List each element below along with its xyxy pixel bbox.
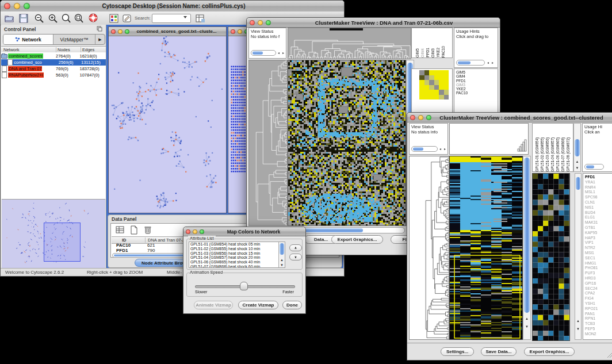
gene-label[interactable]: MSL1	[583, 190, 612, 195]
tv2-heatmap[interactable]	[449, 156, 523, 340]
col-nodes[interactable]: Nodes	[56, 47, 81, 52]
attribute-list-item[interactable]: GPL51-04 (GSM857) heat shock 20 min	[189, 255, 285, 260]
gene-label[interactable]: GIM4	[454, 74, 498, 78]
attribute-list-item[interactable]: GPL51-03 (GSM856) heat shock 15 min	[189, 251, 285, 256]
gene-label[interactable]: HAP3	[583, 236, 612, 241]
network-view-titlebar[interactable]: combined_scores_good.txt--cluste...	[109, 27, 226, 36]
create-vizmap-button[interactable]: Create Vizmap	[238, 301, 278, 309]
gene-label[interactable]: GTB1	[583, 225, 612, 231]
zoom-fit-icon[interactable]	[61, 13, 71, 24]
snapshot-grid-icon[interactable]	[109, 13, 119, 24]
scroll-up-arrow[interactable]: ▲	[523, 316, 530, 321]
scroll-left-arrow[interactable]: ◄	[439, 146, 442, 152]
zoom-button[interactable]	[200, 229, 204, 234]
gene-label[interactable]: GPI16	[583, 281, 612, 286]
animate-vizmap-button[interactable]: Animate Vizmap	[194, 301, 233, 309]
attribute-list-item[interactable]: GPL51-07 (GSM868) heat shock 60 min	[189, 265, 285, 268]
col-edges[interactable]: Edges	[81, 47, 94, 52]
attribute-list-item[interactable]: GPL51-01 (GSM854) heat shock 05 min	[189, 242, 285, 247]
gene-label[interactable]: GIM3	[454, 83, 498, 87]
tv1-heatmap[interactable]	[288, 60, 406, 226]
tv2-zoom-scrollbar[interactable]: ▲ ▼	[575, 173, 582, 340]
gene-label[interactable]: NTR2	[583, 246, 612, 251]
close-button[interactable]	[250, 20, 255, 25]
attribute-list-item[interactable]: GPL51-02 (GSM855) heat shock 10 min	[189, 247, 285, 251]
attribute-table-icon[interactable]	[195, 13, 205, 24]
gene-label[interactable]: MON2	[583, 332, 612, 337]
col-id[interactable]: ID	[112, 237, 146, 243]
tv2-array-dendrogram[interactable]	[449, 123, 529, 155]
minimize-button[interactable]	[193, 229, 197, 234]
float-panel-icon[interactable]	[97, 26, 102, 32]
gene-label[interactable]: PFD1	[454, 79, 498, 83]
minimize-button[interactable]	[238, 29, 242, 34]
gene-label[interactable]: BUD4	[583, 210, 612, 216]
resize-grip[interactable]	[606, 351, 612, 358]
gene-label[interactable]: MAK31	[583, 220, 612, 225]
select-attributes-icon[interactable]	[116, 225, 125, 235]
birdseye-viewport-rect[interactable]	[44, 223, 81, 262]
network-tree-row[interactable]: DNA and Tran 07769(0)183728(0)	[1, 66, 106, 72]
minimize-button[interactable]	[14, 3, 20, 9]
tv1-gene-dendrogram[interactable]	[248, 60, 288, 226]
tab-overflow-arrow[interactable]: ▶	[95, 35, 105, 44]
network-tree-row[interactable]: RNAPuberNov2+I563(0)107847(0)	[1, 72, 106, 78]
gene-label[interactable]: ELG1	[583, 215, 612, 220]
column-label[interactable]: GIM4	[420, 48, 425, 58]
main-titlebar[interactable]: Cytoscape Desktop (Session Name: collins…	[1, 1, 344, 12]
tv2-save-data-button[interactable]: Save Data...	[481, 347, 517, 356]
move-up-button[interactable]: ∧	[289, 244, 302, 251]
scroll-left-arrow[interactable]: ◄	[487, 60, 489, 66]
tv1-hints-scrollbar[interactable]	[456, 60, 485, 66]
gene-label[interactable]: GIM5	[454, 70, 498, 74]
column-label[interactable]: GPL51-03 (GSM856)	[545, 137, 550, 172]
scroll-down-arrow[interactable]: ▼	[574, 166, 580, 170]
tv2-hints-scrollbar[interactable]	[584, 164, 604, 170]
column-label[interactable]: GPL51-04 (GSM857)	[550, 137, 555, 172]
column-label[interactable]: GPL51-06 (GSM865)	[555, 137, 560, 172]
column-label[interactable]: PFD1	[425, 48, 430, 58]
scroll-right-arrow[interactable]: ►	[491, 60, 494, 66]
tv1-column-labels[interactable]: GIM5GIM4PFD1GIM3YKE2PAC10	[411, 28, 453, 58]
minimize-button[interactable]	[258, 20, 263, 25]
gene-label[interactable]: HMG1	[583, 261, 612, 266]
close-button[interactable]	[186, 229, 190, 234]
tab-network[interactable]: Network	[3, 35, 53, 44]
move-down-button[interactable]: ∨	[289, 254, 302, 260]
gene-label[interactable]: YRA1	[583, 180, 612, 185]
scroll-up-arrow[interactable]: ▲	[575, 319, 581, 323]
close-button[interactable]	[111, 29, 116, 34]
tv2-settings-button[interactable]: Settings...	[441, 347, 474, 356]
treeview2-titlebar[interactable]: ClusterMaker TreeView : combined_scores_…	[407, 113, 612, 122]
gene-label[interactable]: PAN1	[583, 312, 612, 317]
open-folder-icon[interactable]	[4, 13, 14, 24]
network-canvas[interactable]	[109, 36, 225, 212]
attribute-list-item[interactable]: GPL51-06 (GSM865) heat shock 40 min	[189, 260, 285, 265]
close-button[interactable]	[410, 115, 415, 120]
scroll-down-arrow[interactable]: ▼	[523, 324, 530, 329]
gene-label[interactable]: VIP1	[583, 240, 612, 246]
gene-label[interactable]: MSI1	[583, 251, 612, 256]
minimize-button[interactable]	[418, 115, 423, 120]
gene-label[interactable]: RNR4	[583, 185, 612, 190]
delete-attribute-icon[interactable]	[143, 225, 152, 235]
zoom-button[interactable]	[24, 3, 30, 9]
scroll-left-arrow[interactable]: ◄	[277, 50, 280, 56]
gene-label[interactable]: PEP5	[583, 327, 612, 332]
tv1-status-scrollbar[interactable]	[251, 50, 276, 56]
tv1-export-graphics-button[interactable]: Export Graphics...	[331, 235, 383, 244]
zoom-selected-icon[interactable]	[74, 13, 84, 24]
gene-label[interactable]: PUF3	[583, 271, 612, 276]
gene-label[interactable]: HRD3	[583, 276, 612, 281]
tv2-status-scrollbar[interactable]	[411, 146, 438, 152]
gene-label[interactable]: KAP95	[583, 231, 612, 236]
attribute-list-scrollbar[interactable]: ▲ ▼	[278, 242, 285, 267]
tv2-gene-list[interactable]: PFD1YRA1RNR4MSL1SPC98CLN1NIS1BUD4ELG1MAK…	[583, 173, 612, 340]
col-network[interactable]: Network	[1, 47, 56, 52]
tv2-vscrollbar[interactable]: ▲ ▼	[523, 156, 531, 340]
scroll-down-arrow[interactable]: ▼	[279, 263, 285, 267]
gene-label[interactable]: SEC24	[583, 286, 612, 292]
column-label[interactable]: YKE2	[435, 48, 441, 58]
gene-label[interactable]: FIG4	[583, 296, 612, 301]
column-label[interactable]: GPL51-07 (GSM868)	[560, 137, 565, 172]
